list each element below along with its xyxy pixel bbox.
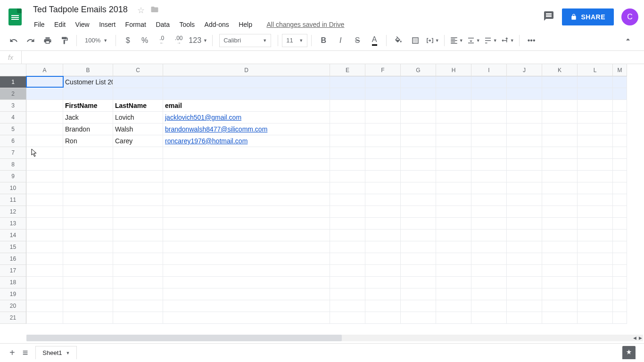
cell-J10[interactable] [507,182,542,194]
cell-K7[interactable] [542,147,578,159]
cell-E6[interactable] [330,135,365,147]
cell-C5[interactable]: Walsh [113,123,163,135]
cell-F13[interactable] [365,218,401,230]
cell-C21[interactable] [113,312,163,324]
cell-C18[interactable] [113,277,163,288]
cell-F5[interactable] [365,123,401,135]
borders-button[interactable] [407,33,423,48]
row-header-10[interactable]: 10 [0,182,26,194]
cell-K18[interactable] [542,277,578,288]
cell-K15[interactable] [542,241,578,253]
cell-L20[interactable] [578,300,613,312]
cell-B18[interactable] [63,277,113,288]
row-header-18[interactable]: 18 [0,277,26,288]
cell-M10[interactable] [613,182,627,194]
menu-edit[interactable]: Edit [50,19,69,30]
cell-G21[interactable] [401,312,436,324]
cell-F6[interactable] [365,135,401,147]
cell-M2[interactable] [613,88,627,100]
paint-format-button[interactable] [57,33,73,48]
cell-A20[interactable] [26,300,63,312]
cell-F14[interactable] [365,230,401,241]
cell-A12[interactable] [26,206,63,218]
cell-C7[interactable] [113,147,163,159]
cell-I20[interactable] [471,300,507,312]
cell-A18[interactable] [26,277,63,288]
sheets-logo[interactable] [6,8,25,26]
cell-A19[interactable] [26,288,63,300]
cell-D11[interactable] [163,194,330,206]
cell-G19[interactable] [401,288,436,300]
row-header-11[interactable]: 11 [0,194,26,206]
cell-F17[interactable] [365,265,401,277]
cell-J8[interactable] [507,159,542,171]
cell-I7[interactable] [471,147,507,159]
cell-H18[interactable] [436,277,471,288]
cell-A1[interactable] [26,76,64,88]
cell-H2[interactable] [436,88,471,100]
menu-file[interactable]: File [30,19,49,30]
cell-B15[interactable] [63,241,113,253]
column-header-B[interactable]: B [63,64,113,76]
cell-H14[interactable] [436,230,471,241]
cell-A7[interactable] [26,147,63,159]
cell-G7[interactable] [401,147,436,159]
cell-L11[interactable] [578,194,613,206]
cell-F11[interactable] [365,194,401,206]
cell-L9[interactable] [578,171,613,182]
column-header-C[interactable]: C [113,64,163,76]
cell-M21[interactable] [613,312,627,324]
cell-E14[interactable] [330,230,365,241]
cell-K13[interactable] [542,218,578,230]
cell-I21[interactable] [471,312,507,324]
cell-D15[interactable] [163,241,330,253]
column-header-L[interactable]: L [578,64,613,76]
cell-G6[interactable] [401,135,436,147]
cell-C16[interactable] [113,253,163,265]
column-header-J[interactable]: J [507,64,542,76]
cell-F1[interactable] [365,76,401,88]
cell-G18[interactable] [401,277,436,288]
cell-F2[interactable] [365,88,401,100]
cell-D12[interactable] [163,206,330,218]
cell-F19[interactable] [365,288,401,300]
add-sheet-button[interactable]: + [9,347,15,358]
cell-G20[interactable] [401,300,436,312]
cell-K10[interactable] [542,182,578,194]
cell-M11[interactable] [613,194,627,206]
cell-C2[interactable] [113,88,163,100]
column-header-D[interactable]: D [163,64,330,76]
cell-F18[interactable] [365,277,401,288]
cell-B17[interactable] [63,265,113,277]
comments-icon[interactable] [543,10,554,24]
column-header-I[interactable]: I [471,64,507,76]
cell-D10[interactable] [163,182,330,194]
percent-button[interactable]: % [137,33,153,48]
cell-I1[interactable] [471,76,507,88]
cell-G2[interactable] [401,88,436,100]
cell-I8[interactable] [471,159,507,171]
cell-L10[interactable] [578,182,613,194]
cell-K8[interactable] [542,159,578,171]
cell-I16[interactable] [471,253,507,265]
avatar[interactable]: C [621,8,638,25]
cell-E10[interactable] [330,182,365,194]
cell-H21[interactable] [436,312,471,324]
row-header-6[interactable]: 6 [0,135,26,147]
cell-E2[interactable] [330,88,365,100]
cell-J17[interactable] [507,265,542,277]
row-header-17[interactable]: 17 [0,265,26,277]
cell-I17[interactable] [471,265,507,277]
cell-H16[interactable] [436,253,471,265]
cell-E1[interactable] [330,76,365,88]
cell-J11[interactable] [507,194,542,206]
cell-L18[interactable] [578,277,613,288]
cell-L15[interactable] [578,241,613,253]
cell-D4[interactable]: jacklovich501@gmail.com [163,112,330,123]
column-header-H[interactable]: H [436,64,471,76]
cell-G3[interactable] [401,100,436,112]
row-header-12[interactable]: 12 [0,206,26,218]
cell-I12[interactable] [471,206,507,218]
cell-H3[interactable] [436,100,471,112]
cell-G11[interactable] [401,194,436,206]
